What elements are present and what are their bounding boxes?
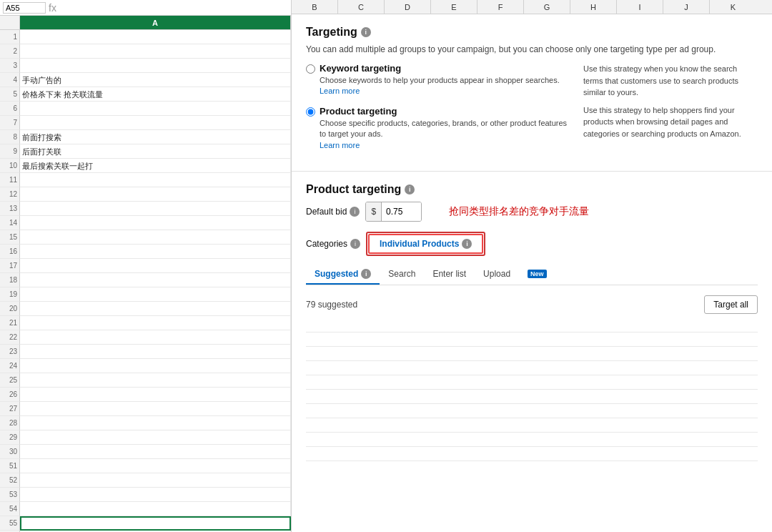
table-row: 23: [0, 345, 291, 359]
table-row: 29: [0, 430, 291, 445]
suggested-count: 79 suggested: [306, 300, 357, 310]
individual-products-tab[interactable]: Individual Products i: [368, 234, 483, 254]
sub-tab-new[interactable]: New: [519, 265, 555, 284]
table-row: 14: [0, 216, 291, 230]
col-header-D[interactable]: D: [385, 0, 431, 14]
table-row: 6: [0, 102, 291, 116]
table-row: 5价格杀下来 抢关联流量: [0, 87, 291, 102]
product-targeting-radio[interactable]: [306, 107, 315, 117]
categories-label: Categories i: [306, 239, 360, 249]
col-header-F[interactable]: F: [477, 0, 524, 14]
spreadsheet-app: fx A 1 2 3 4手动广告的 5价格杀下来 抢关联流量 6 7 8前面打搜…: [0, 0, 772, 532]
product-targeting-title: Product targeting i: [306, 183, 758, 196]
product-targeting-label[interactable]: Product targeting: [320, 106, 572, 117]
table-row: 51: [0, 459, 291, 473]
table-row: 28: [0, 416, 291, 430]
bid-currency: $: [366, 202, 382, 221]
new-badge: New: [528, 270, 547, 278]
categories-info-icon[interactable]: i: [350, 239, 360, 249]
default-bid-label: Default bid i: [306, 207, 360, 217]
formula-divider: fx: [49, 2, 56, 14]
targeting-title: Targeting i: [306, 26, 758, 39]
col-header-A[interactable]: A: [20, 16, 291, 29]
product-targeting-option: Product targeting Choose specific produc…: [306, 106, 572, 151]
annotation-text: 抢同类型排名差的竞争对手流量: [449, 205, 589, 218]
targeting-description: You can add multiple ad groups to your c…: [306, 44, 758, 54]
table-row: 22: [0, 330, 291, 345]
table-row: 52: [0, 473, 291, 488]
table-row: 27: [0, 402, 291, 416]
col-header-G[interactable]: G: [524, 0, 570, 14]
sub-tab-suggested[interactable]: Suggested i: [306, 265, 380, 285]
table-row: 26: [0, 388, 291, 402]
empty-space: [306, 318, 758, 461]
target-all-button[interactable]: Target all: [704, 295, 758, 314]
table-row: 21: [0, 316, 291, 330]
col-header-H[interactable]: H: [570, 0, 617, 14]
left-spreadsheet-pane: fx A 1 2 3 4手动广告的 5价格杀下来 抢关联流量 6 7 8前面打搜…: [0, 0, 292, 532]
table-row: 17: [0, 259, 291, 273]
table-row: 15: [0, 230, 291, 245]
table-row: 55: [0, 516, 291, 531]
product-targeting-desc: Choose specific products, categories, br…: [320, 118, 572, 151]
targeting-options: Keyword targeting Choose keywords to hel…: [306, 63, 758, 159]
targeting-tabs-row: Categories i Individual Products i: [306, 232, 758, 256]
bid-input-group: $: [365, 202, 422, 222]
col-header-B[interactable]: B: [292, 0, 338, 14]
table-row: 7: [0, 116, 291, 130]
targeting-right-text-2: Use this strategy to help shoppers find …: [583, 104, 758, 140]
keyword-targeting-radio[interactable]: [306, 64, 315, 74]
table-row: 10最后搜索关联一起打: [0, 159, 291, 173]
table-row: 12: [0, 187, 291, 202]
table-row: 11: [0, 173, 291, 187]
sub-tab-search[interactable]: Search: [380, 265, 424, 285]
targeting-right-text: Use this strategy when you know the sear…: [572, 63, 758, 159]
col-header-E[interactable]: E: [431, 0, 477, 14]
table-row: 16: [0, 245, 291, 259]
table-row: 9后面打关联: [0, 144, 291, 159]
sub-tab-upload[interactable]: Upload: [475, 265, 519, 285]
col-header-C[interactable]: C: [338, 0, 385, 14]
name-box[interactable]: [3, 2, 46, 14]
right-panel: B C D E F G H I J K Targeting i You can …: [292, 0, 772, 532]
keyword-targeting-option: Keyword targeting Choose keywords to hel…: [306, 63, 572, 97]
product-learn-more-link[interactable]: Learn more: [320, 141, 360, 149]
table-row: 2: [0, 44, 291, 59]
default-bid-info-icon[interactable]: i: [350, 207, 360, 217]
table-row: 1: [0, 30, 291, 44]
individual-products-tab-wrapper: Individual Products i: [366, 232, 485, 256]
targeting-info-icon[interactable]: i: [361, 27, 371, 37]
table-row: 3: [0, 59, 291, 73]
table-row: 30: [0, 445, 291, 459]
table-row: 19: [0, 287, 291, 302]
table-row: 54: [0, 502, 291, 516]
formula-input[interactable]: [59, 4, 288, 12]
table-row: 8前面打搜索: [0, 130, 291, 144]
targeting-section: Targeting i You can add multiple ad grou…: [292, 14, 772, 172]
col-header-I[interactable]: I: [617, 0, 663, 14]
bid-input[interactable]: [382, 202, 421, 221]
targeting-right-text-1: Use this strategy when you know the sear…: [583, 63, 758, 99]
targeting-left: Keyword targeting Choose keywords to hel…: [306, 63, 572, 159]
table-row: 18: [0, 273, 291, 287]
sub-tabs-row: Suggested i Search Enter list Upload New: [306, 265, 758, 285]
keyword-targeting-label[interactable]: Keyword targeting: [320, 63, 572, 74]
table-row: 53: [0, 488, 291, 502]
sub-tab-enter-list[interactable]: Enter list: [424, 265, 475, 285]
col-header-J[interactable]: J: [663, 0, 710, 14]
col-header-K[interactable]: K: [710, 0, 756, 14]
keyword-learn-more-link[interactable]: Learn more: [320, 87, 360, 95]
table-row: 4手动广告的: [0, 73, 291, 87]
default-bid-row: Default bid i $ 抢同类型排名差的竞争对手流量: [306, 202, 758, 222]
table-row: 25: [0, 373, 291, 388]
keyword-targeting-desc: Choose keywords to help your products ap…: [320, 75, 572, 97]
individual-products-info-icon[interactable]: i: [462, 239, 472, 249]
product-targeting-section: Product targeting i Default bid i $ 抢同类型…: [292, 172, 772, 473]
col-headers-left: A: [0, 16, 291, 30]
grid-rows-left: 1 2 3 4手动广告的 5价格杀下来 抢关联流量 6 7 8前面打搜索 9后面…: [0, 30, 291, 532]
table-row: 20: [0, 302, 291, 316]
suggested-info-icon[interactable]: i: [361, 269, 371, 279]
product-targeting-info-icon[interactable]: i: [405, 184, 415, 194]
suggested-row: 79 suggested Target all: [306, 291, 758, 318]
right-col-headers: B C D E F G H I J K: [292, 0, 772, 14]
